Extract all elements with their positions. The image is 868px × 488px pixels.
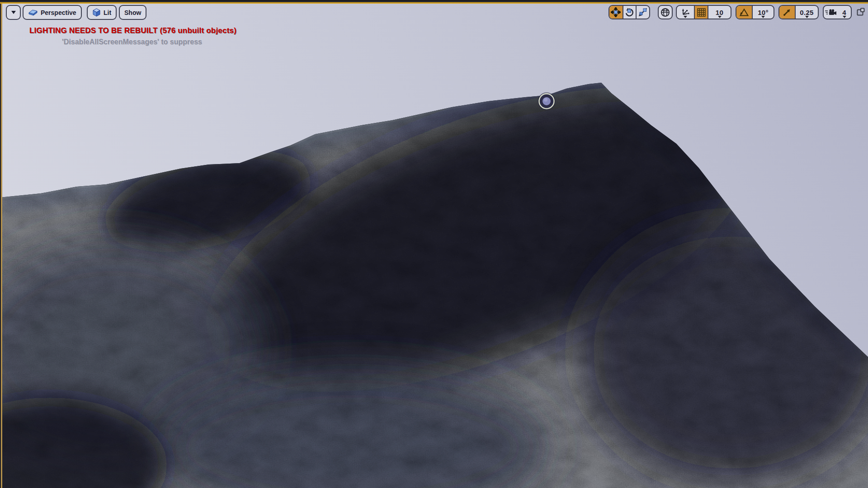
viewport-border-top-gold (0, 2, 868, 4)
maximize-viewport-button[interactable] (856, 7, 865, 16)
coordinate-system-group (658, 5, 673, 19)
grid-snap-caret (718, 16, 722, 18)
viewport-options-button[interactable] (6, 5, 21, 20)
scale-tool-button[interactable] (636, 6, 649, 19)
scale-snap-toggle[interactable] (779, 6, 795, 19)
perspective-label: Perspective (41, 9, 76, 16)
rotation-snap-value: 10° (758, 9, 769, 16)
lit-cube-icon (92, 8, 101, 17)
show-flags-button[interactable]: Show (119, 5, 146, 20)
lit-label: Lit (104, 9, 111, 16)
camera-speed-caret (843, 16, 846, 18)
scale-snap-caret (805, 16, 809, 18)
perspective-button[interactable]: Perspective (23, 5, 82, 20)
grid-snap-toggle[interactable] (694, 6, 708, 19)
transform-tools-group (609, 5, 650, 19)
surface-snap-caret (684, 16, 687, 18)
grid-icon (697, 8, 706, 17)
chevron-down-icon (11, 11, 16, 14)
scale-tool-icon (638, 7, 648, 17)
diagonal-arrow-icon (783, 8, 792, 17)
rotate-tool-button[interactable] (623, 6, 636, 19)
scale-snap-group: 0.25 (778, 5, 819, 19)
rotation-snap-caret (761, 16, 765, 18)
camera-speed-icon-area (824, 6, 838, 19)
scene-render (0, 0, 868, 488)
grid-snap-value-button[interactable]: 10 (708, 6, 731, 19)
coordinate-system-button[interactable] (659, 6, 672, 19)
camera-speed-icon (825, 9, 837, 16)
rotation-snap-value-button[interactable]: 10° (752, 6, 774, 19)
surface-snap-icon (680, 8, 690, 16)
grid-snap-value: 10 (716, 9, 723, 16)
perspective-frustum-icon (28, 9, 38, 16)
maximize-viewport-icon (857, 8, 865, 16)
lighting-rebuild-warning: LIGHTING NEEDS TO BE REBUILT (576 unbuil… (29, 26, 236, 35)
camera-speed-value: 4 (842, 9, 846, 16)
show-label: Show (124, 9, 141, 16)
level-viewport[interactable]: Perspective Lit Show LIGHTING NEEDS TO B… (0, 0, 868, 488)
selection-sphere-gizmo[interactable] (538, 93, 555, 110)
terrain-shading (0, 24, 868, 488)
camera-speed-value-button[interactable]: 4 (838, 6, 851, 19)
move-tool-icon (611, 7, 621, 17)
globe-icon (660, 8, 670, 17)
surface-snap-button[interactable] (677, 6, 694, 19)
rotate-tool-icon (624, 7, 634, 17)
scale-snap-value-button[interactable]: 0.25 (795, 6, 818, 19)
camera-speed-group: 4 (823, 5, 852, 19)
grid-snap-group: 10 (676, 5, 731, 19)
scale-snap-value: 0.25 (800, 9, 813, 16)
viewport-border-left-gold (1, 0, 2, 488)
rotation-snap-group: 10° (736, 5, 774, 19)
rotation-snap-toggle[interactable] (736, 6, 752, 19)
lit-mode-button[interactable]: Lit (87, 5, 117, 20)
angle-triangle-icon (739, 8, 749, 17)
move-tool-button[interactable] (609, 6, 623, 19)
suppress-hint: 'DisableAllScreenMessages' to suppress (62, 38, 202, 46)
